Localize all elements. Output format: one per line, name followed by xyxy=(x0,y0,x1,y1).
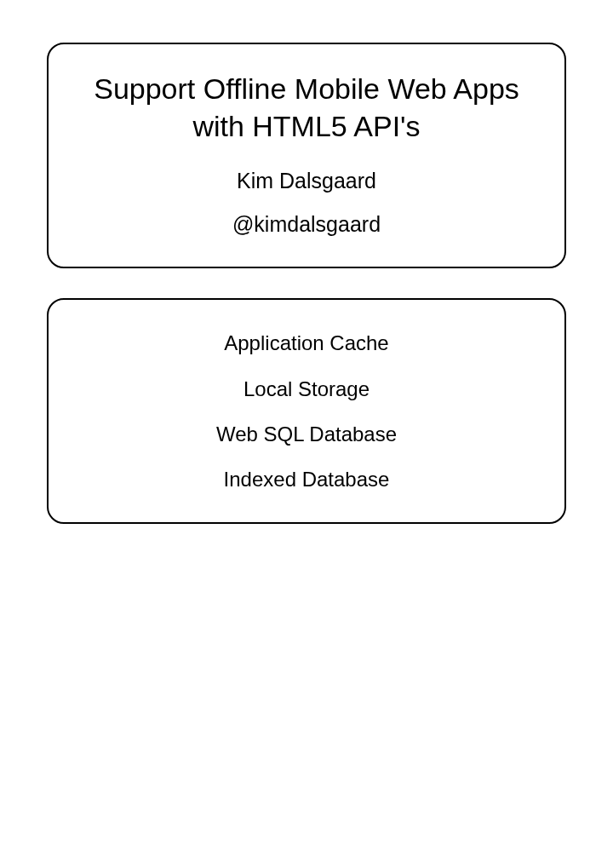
topic-item: Local Storage xyxy=(66,376,547,402)
topic-item: Web SQL Database xyxy=(66,421,547,447)
author-handle: @kimdalsgaard xyxy=(66,212,547,237)
title-slide: Support Offline Mobile Web Apps with HTM… xyxy=(47,43,566,268)
topic-item: Application Cache xyxy=(66,330,547,356)
author-name: Kim Dalsgaard xyxy=(66,169,547,193)
slide-title: Support Offline Mobile Web Apps with HTM… xyxy=(66,70,547,145)
topics-slide: Application Cache Local Storage Web SQL … xyxy=(47,298,566,524)
topic-item: Indexed Database xyxy=(66,466,547,492)
